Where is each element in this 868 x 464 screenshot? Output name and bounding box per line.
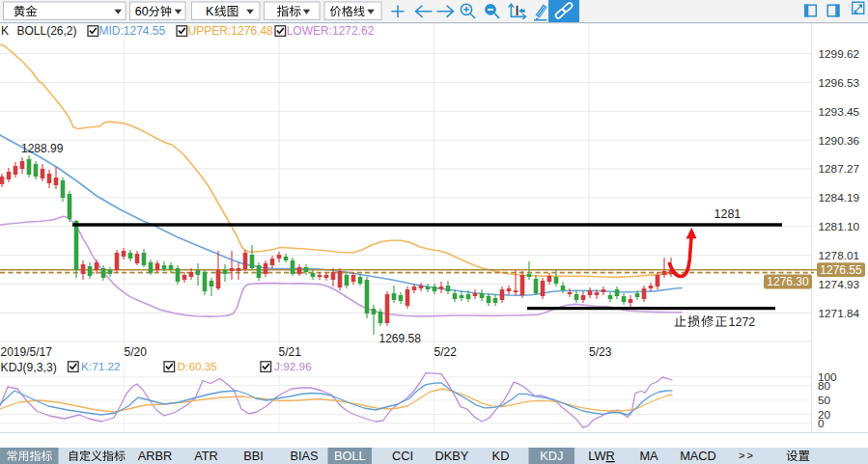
svg-text:1278.01: 1278.01 xyxy=(819,249,860,262)
svg-text:ARBR: ARBR xyxy=(138,449,173,463)
svg-text:80: 80 xyxy=(818,379,831,393)
svg-text:K:71.22: K:71.22 xyxy=(81,360,121,373)
svg-text:1272: 1272 xyxy=(729,315,756,329)
svg-text:K: K xyxy=(206,5,214,18)
svg-text:1299.62: 1299.62 xyxy=(819,47,860,61)
svg-text:2019/5/17: 2019/5/17 xyxy=(1,345,53,359)
svg-text:1274.93: 1274.93 xyxy=(819,278,860,291)
svg-text:1288.99: 1288.99 xyxy=(21,142,64,155)
svg-text:LOWER:1272.62: LOWER:1272.62 xyxy=(287,24,375,38)
svg-text:1287.27: 1287.27 xyxy=(819,162,860,176)
svg-text:J:92.96: J:92.96 xyxy=(274,360,312,373)
svg-text:BIAS: BIAS xyxy=(290,449,318,463)
svg-text:D:60.35: D:60.35 xyxy=(178,360,218,373)
svg-text:5/21: 5/21 xyxy=(279,345,302,359)
svg-text:5/22: 5/22 xyxy=(434,345,458,359)
svg-text:1284.19: 1284.19 xyxy=(819,191,860,205)
svg-text:KDJ: KDJ xyxy=(540,449,563,463)
svg-text:BOLL: BOLL xyxy=(334,449,366,463)
svg-text:CCI: CCI xyxy=(392,449,413,463)
svg-text:1281: 1281 xyxy=(714,207,742,221)
svg-text:>>: >> xyxy=(739,450,755,461)
svg-text:BOLL(26,2): BOLL(26,2) xyxy=(17,24,77,38)
svg-text:1276.30: 1276.30 xyxy=(767,275,809,288)
svg-text:1269.58: 1269.58 xyxy=(379,332,422,345)
svg-text:5/20: 5/20 xyxy=(125,345,148,359)
svg-text:MA: MA xyxy=(639,449,658,463)
svg-text:KD: KD xyxy=(492,449,510,463)
svg-text:1271.84: 1271.84 xyxy=(819,307,860,320)
svg-text:MID:1274.55: MID:1274.55 xyxy=(99,24,166,38)
svg-text:KDJ(9,3,3): KDJ(9,3,3) xyxy=(1,361,57,374)
svg-text:1290.36: 1290.36 xyxy=(819,134,860,148)
svg-text:DKBY: DKBY xyxy=(435,449,469,463)
svg-text:0: 0 xyxy=(818,417,825,430)
svg-text:1276.55: 1276.55 xyxy=(820,263,862,277)
svg-text:K: K xyxy=(1,24,9,38)
svg-text:1281.10: 1281.10 xyxy=(819,220,860,233)
svg-text:LWR: LWR xyxy=(588,449,615,463)
svg-text:1293.45: 1293.45 xyxy=(819,105,860,119)
svg-text:BBI: BBI xyxy=(243,449,264,463)
svg-text:50: 50 xyxy=(818,394,831,407)
svg-text:60: 60 xyxy=(135,5,149,18)
svg-text:1296.53: 1296.53 xyxy=(819,76,860,90)
svg-text:UPPER:1276.48: UPPER:1276.48 xyxy=(188,24,273,38)
svg-text:5/23: 5/23 xyxy=(589,345,612,359)
svg-text:MACD: MACD xyxy=(680,449,716,463)
svg-text:ATR: ATR xyxy=(194,449,218,463)
